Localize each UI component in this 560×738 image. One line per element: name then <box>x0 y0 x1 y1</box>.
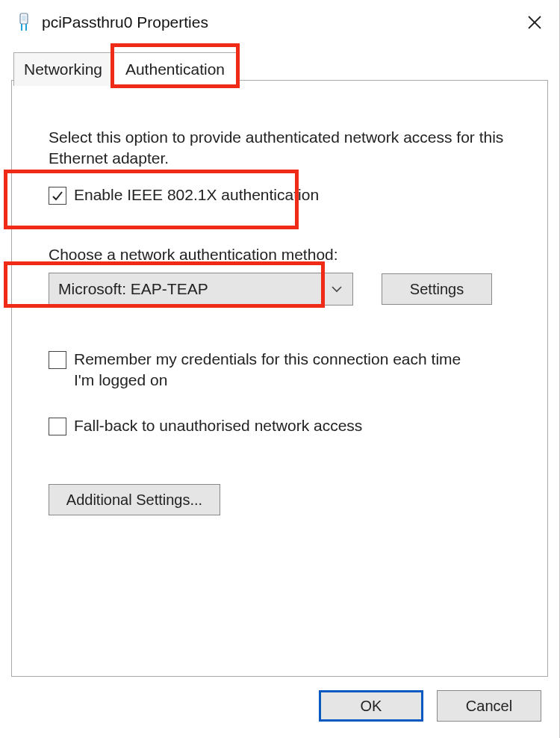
remember-credentials-label: Remember my credentials for this connect… <box>74 349 462 391</box>
enable-8021x-label: Enable IEEE 802.1X authentication <box>74 184 319 205</box>
dialog-button-bar: OK Cancel <box>319 690 541 722</box>
additional-settings-button[interactable]: Additional Settings... <box>49 484 220 515</box>
check-icon <box>52 190 63 202</box>
tab-panel-authentication: Select this option to provide authentica… <box>11 86 548 671</box>
tab-label: Authentication <box>125 61 225 78</box>
ok-button[interactable]: OK <box>319 690 423 722</box>
button-label: Settings <box>410 281 464 298</box>
close-icon <box>527 15 542 30</box>
enable-8021x-row: Enable IEEE 802.1X authentication <box>49 184 511 205</box>
tab-networking[interactable]: Networking <box>13 52 113 86</box>
button-label: Cancel <box>466 698 512 715</box>
intro-text: Select this option to provide authentica… <box>49 127 511 170</box>
auth-method-dropdown[interactable]: Microsoft: EAP-TEAP <box>49 273 353 306</box>
dropdown-selected-value: Microsoft: EAP-TEAP <box>58 280 330 298</box>
button-label: Additional Settings... <box>66 492 202 509</box>
window-title: pciPassthru0 Properties <box>42 13 208 31</box>
button-label: OK <box>361 698 382 715</box>
properties-dialog: pciPassthru0 Properties Networking Authe… <box>0 0 560 738</box>
choose-method-label: Choose a network authentication method: <box>49 246 511 264</box>
fallback-label: Fall-back to unauthorised network access <box>74 415 362 436</box>
remember-credentials-row: Remember my credentials for this connect… <box>49 349 511 391</box>
cancel-button[interactable]: Cancel <box>437 690 541 722</box>
tab-authentication[interactable]: Authentication <box>113 52 237 86</box>
tab-label: Networking <box>24 61 102 78</box>
fallback-row: Fall-back to unauthorised network access <box>49 415 511 436</box>
remember-credentials-checkbox[interactable] <box>49 351 66 369</box>
adapter-icon <box>13 13 34 32</box>
chevron-down-icon <box>330 285 343 293</box>
svg-rect-1 <box>22 16 26 21</box>
close-button[interactable] <box>517 7 552 37</box>
title-bar: pciPassthru0 Properties <box>0 0 559 40</box>
enable-8021x-checkbox[interactable] <box>49 187 66 205</box>
method-row: Microsoft: EAP-TEAP Settings <box>49 273 511 306</box>
settings-button[interactable]: Settings <box>382 273 492 305</box>
fallback-checkbox[interactable] <box>49 418 66 435</box>
